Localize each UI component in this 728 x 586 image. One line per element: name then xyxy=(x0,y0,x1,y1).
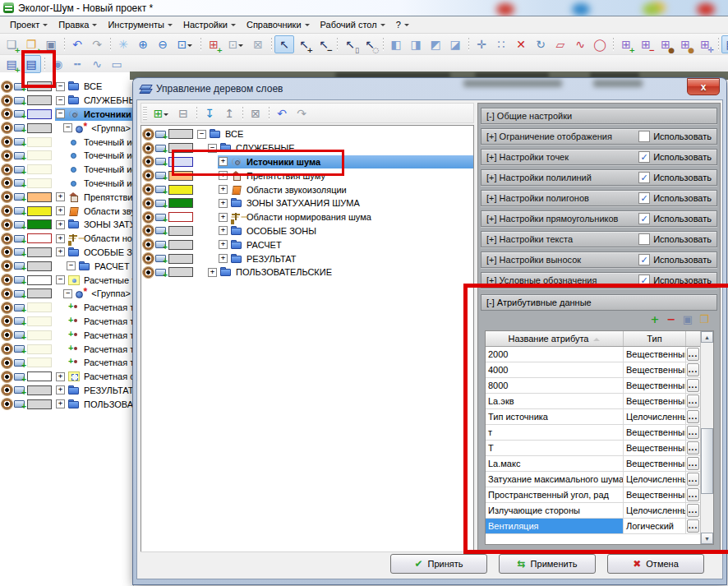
layer-tree-row[interactable]: + ЗОНЫ ЗАТУХАНИЯ ШУМА xyxy=(0,218,133,232)
layer-color-swatch[interactable] xyxy=(27,150,52,160)
print-layer-icon[interactable] xyxy=(155,225,167,236)
expand-toggle[interactable]: − xyxy=(56,96,65,105)
layer-color-swatch[interactable] xyxy=(27,137,52,147)
select-add-button[interactable]: ↖ + xyxy=(294,35,314,53)
layer-label[interactable]: <Группа> xyxy=(89,288,133,298)
visibility-eye-icon[interactable] xyxy=(2,233,12,244)
intersect-button[interactable]: ◨ xyxy=(406,35,426,53)
visibility-eye-icon[interactable] xyxy=(2,191,12,202)
attribute-row[interactable]: 8000 Вещественный ... xyxy=(486,378,700,394)
visibility-eye-icon[interactable] xyxy=(143,184,154,195)
use-checkbox[interactable]: ✓ xyxy=(638,275,650,286)
settings-section-bar[interactable]: [+] Условные обозначения ✓ Использовать xyxy=(481,272,717,288)
print-layer-icon[interactable] xyxy=(14,275,25,285)
layer-color-swatch[interactable] xyxy=(168,240,193,250)
remove-attribute-button[interactable]: − xyxy=(663,312,680,327)
layer-label[interactable]: ПОЛЬЗОВАТЕЛЬСКИЕ xyxy=(81,399,133,409)
attribute-edit-button[interactable]: ... xyxy=(687,363,699,376)
redo-button[interactable]: ↷ xyxy=(87,35,107,53)
print-layer-icon[interactable] xyxy=(14,164,25,175)
visibility-eye-icon[interactable] xyxy=(143,170,154,181)
layer-label[interactable]: Препятствия шуму xyxy=(244,171,328,181)
scroll-down-icon[interactable]: ▼ xyxy=(701,533,713,544)
scroll-up-icon[interactable]: ▲ xyxy=(701,331,713,343)
layer-tree-row[interactable]: + ЗОНЫ ЗАТУХАНИЯ ШУМА xyxy=(141,196,473,210)
layer-label[interactable]: Расчетная точка xyxy=(81,330,133,340)
settings-section-bar[interactable]: [+] Настройки выносок ✓ Использовать xyxy=(481,251,717,268)
layer-color-swatch[interactable] xyxy=(27,399,52,409)
use-checkbox[interactable]: ✓ xyxy=(638,131,650,142)
visibility-eye-icon[interactable] xyxy=(143,198,154,209)
layer-tree-row[interactable]: − Расчетные точки xyxy=(0,273,133,287)
print-layer-icon[interactable] xyxy=(155,212,167,223)
add-object-button[interactable]: ⊞ + xyxy=(204,35,223,53)
layer-tree-row[interactable]: Точечный источник xyxy=(0,163,133,177)
layer-tree-row[interactable]: Расчетная точка xyxy=(0,328,133,342)
import-attributes-button[interactable]: ❐ xyxy=(696,312,712,327)
layer-tree-row[interactable]: + Препятствия шуму xyxy=(141,168,473,182)
attribute-name-cell[interactable]: La.макс xyxy=(486,456,624,471)
add-layer-button[interactable]: ⊞ xyxy=(149,104,173,122)
attribute-row[interactable]: т Вещественный ... xyxy=(486,425,700,441)
attribute-row[interactable]: La.экв Вещественный ... xyxy=(486,394,700,409)
layer-tree-row[interactable]: + Области звукоизоляции xyxy=(0,204,133,218)
layer-color-swatch[interactable] xyxy=(168,171,193,181)
layer-color-swatch[interactable] xyxy=(168,185,193,195)
accept-button[interactable]: ✔ Принять xyxy=(390,554,487,574)
print-layer-icon[interactable] xyxy=(155,143,167,154)
expand-toggle[interactable]: − xyxy=(56,275,65,284)
print-layer-icon[interactable] xyxy=(14,108,25,119)
calc-point-move-button[interactable]: ⊞ ✛ xyxy=(695,35,715,53)
use-checkbox[interactable]: ✓ xyxy=(638,254,650,265)
layer-color-swatch[interactable] xyxy=(27,123,52,133)
layer-label[interactable]: Области нормирования шума xyxy=(81,233,133,243)
menu-item[interactable]: Справочники xyxy=(242,18,316,31)
attribute-name-cell[interactable]: Тип источника xyxy=(486,409,624,424)
visibility-eye-icon[interactable] xyxy=(2,95,12,106)
layer-tree-row[interactable]: Точечный источник xyxy=(0,149,133,163)
layer-tree-row[interactable]: + Препятствия шуму xyxy=(0,190,133,204)
print-layer-icon[interactable] xyxy=(155,198,167,209)
layer-label[interactable]: ВСЕ xyxy=(81,81,104,91)
edit-circle-button[interactable]: ◯ xyxy=(590,35,610,53)
print-layer-icon[interactable] xyxy=(155,267,167,278)
layer-label[interactable]: ПОЛЬЗОВАТЕЛЬСКИЕ xyxy=(233,267,334,277)
expand-toggle[interactable]: − xyxy=(63,123,72,132)
expand-toggle[interactable]: + xyxy=(56,385,65,395)
layer-tree-row[interactable]: + ОСОБЫЕ ЗОНЫ xyxy=(141,224,473,238)
layer-label[interactable]: ЗОНЫ ЗАТУХАНИЯ ШУМА xyxy=(81,219,133,229)
layer-color-swatch[interactable] xyxy=(168,129,193,139)
menu-item[interactable]: Рабочий стол xyxy=(316,18,391,31)
layer-label[interactable]: РЕЗУЛЬТАТ xyxy=(81,385,133,395)
layer-label[interactable]: Источники шума xyxy=(244,157,323,167)
visibility-eye-icon[interactable] xyxy=(2,136,12,147)
visibility-eye-icon[interactable] xyxy=(143,225,154,236)
visibility-eye-icon[interactable] xyxy=(2,122,12,133)
layer-color-swatch[interactable] xyxy=(168,157,193,167)
layer-color-swatch[interactable] xyxy=(27,109,52,119)
edit-polygon-button[interactable]: ▱ xyxy=(551,35,570,53)
layer-tree-row[interactable]: + ОСОБЫЕ ЗОНЫ xyxy=(0,246,133,260)
layer-tree-row[interactable]: − ВСЕ xyxy=(141,127,473,141)
expand-toggle[interactable]: + xyxy=(56,192,65,201)
apply-button[interactable]: ⇆ Применить xyxy=(499,554,596,574)
select-lasso-button[interactable]: ↖ ◌ xyxy=(360,35,380,53)
print-layer-icon[interactable] xyxy=(14,205,25,216)
expand-toggle[interactable]: + xyxy=(56,247,65,256)
visibility-eye-icon[interactable] xyxy=(143,212,154,223)
print-layer-icon[interactable] xyxy=(14,358,25,368)
print-layer-icon[interactable] xyxy=(14,247,25,257)
layer-color-swatch[interactable] xyxy=(168,212,193,222)
visibility-eye-icon[interactable] xyxy=(2,358,12,368)
attribute-row[interactable]: Излучающие стороны Целочисленный ... xyxy=(486,503,700,519)
expand-toggle[interactable]: + xyxy=(56,399,65,408)
undo-button[interactable]: ↶ xyxy=(67,35,87,53)
layer-label[interactable]: Точечный источник xyxy=(81,137,133,147)
layer-label[interactable]: Расчетные точки xyxy=(81,275,133,285)
expand-toggle[interactable]: + xyxy=(219,199,228,208)
layer-tree-row[interactable]: + ПОЛЬЗОВАТЕЛЬСКИЕ xyxy=(141,265,473,279)
attribute-row[interactable]: Пространственный угол, рад Вещественный … xyxy=(486,487,700,503)
layer-tree-row[interactable]: + ПОЛЬЗОВАТЕЛЬСКИЕ xyxy=(0,397,133,411)
layer-color-swatch[interactable] xyxy=(27,261,52,271)
menu-item[interactable]: Настройки xyxy=(178,18,242,31)
